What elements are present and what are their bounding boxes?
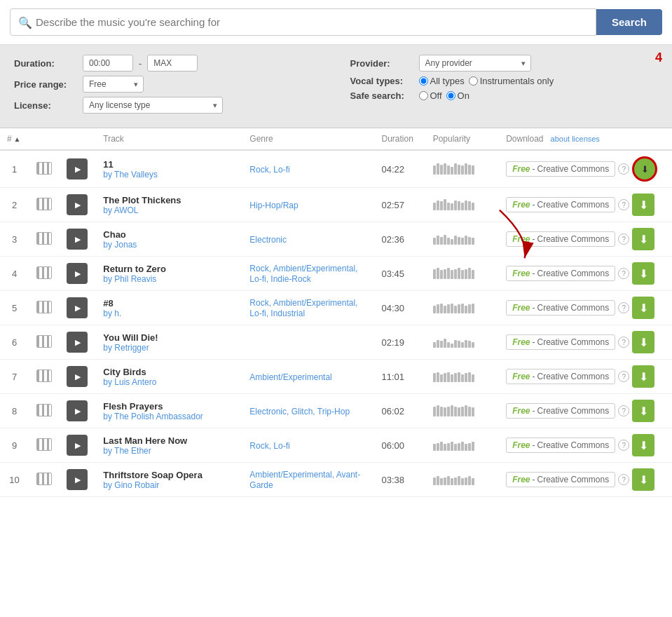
- download-button-highlight[interactable]: ⬇: [632, 156, 657, 182]
- track-artist[interactable]: by Retrigger: [103, 343, 235, 353]
- track-genre[interactable]: Ambient/Experimental, Avant-Garde: [242, 463, 374, 497]
- download-button[interactable]: ⬇: [632, 228, 654, 250]
- license-separator: -: [533, 406, 535, 416]
- download-button[interactable]: ⬇: [632, 262, 654, 285]
- track-popularity: [426, 325, 500, 360]
- table-row: 8 ▶ Flesh Prayers by The Polish Ambassad…: [0, 394, 672, 428]
- license-separator: -: [533, 234, 535, 244]
- play-button[interactable]: ▶: [60, 428, 96, 463]
- license-separator: -: [533, 200, 535, 210]
- safe-on-radio[interactable]: [446, 91, 455, 100]
- track-artist[interactable]: by AWOL: [103, 205, 235, 215]
- download-button[interactable]: ⬇: [632, 297, 654, 319]
- license-help-icon[interactable]: ?: [618, 268, 629, 279]
- play-button[interactable]: ▶: [60, 291, 96, 325]
- download-button[interactable]: ⬇: [632, 331, 654, 353]
- track-download: Free - Creative Commons ? ⬇: [499, 257, 672, 291]
- about-licenses-link[interactable]: about licenses: [551, 135, 600, 143]
- search-button[interactable]: Search: [596, 9, 662, 35]
- play-button[interactable]: ▶: [60, 463, 96, 497]
- filmstrip-icon: [29, 428, 60, 463]
- track-number: 7: [0, 360, 29, 394]
- track-artist[interactable]: by The Polish Ambassador: [103, 412, 235, 421]
- license-badge: Free - Creative Commons: [506, 197, 615, 212]
- license-badge: Free - Creative Commons: [506, 161, 615, 177]
- download-button[interactable]: ⬇: [632, 365, 654, 388]
- filmstrip-icon: [29, 360, 60, 394]
- license-help-icon[interactable]: ?: [618, 371, 629, 382]
- track-popularity: [426, 463, 500, 497]
- col-header-genre[interactable]: Genre: [242, 128, 374, 150]
- license-help-icon[interactable]: ?: [618, 163, 629, 175]
- filmstrip-icon: [29, 150, 60, 188]
- track-duration: 06:00: [374, 428, 425, 463]
- safe-on-option[interactable]: On: [446, 90, 469, 101]
- license-select[interactable]: Any license type Creative Commons Commer…: [83, 97, 223, 114]
- col-header-popularity[interactable]: Popularity: [426, 128, 500, 150]
- license-help-icon[interactable]: ?: [618, 474, 629, 485]
- license-help-icon[interactable]: ?: [618, 233, 629, 245]
- download-button[interactable]: ⬇: [632, 400, 654, 422]
- track-genre[interactable]: Electronic, Glitch, Trip-Hop: [242, 394, 374, 428]
- license-help-icon[interactable]: ?: [618, 302, 629, 313]
- col-header-track[interactable]: Track: [96, 128, 242, 150]
- play-button[interactable]: ▶: [60, 188, 96, 222]
- play-button[interactable]: ▶: [60, 257, 96, 291]
- track-title: Return to Zero: [103, 264, 235, 274]
- vocal-all-radio[interactable]: [419, 76, 428, 86]
- track-genre[interactable]: Rock, Ambient/Experimental, Lo-fi, Indie…: [242, 257, 374, 291]
- track-duration: 02:19: [374, 325, 425, 360]
- license-separator: -: [533, 440, 535, 450]
- search-input[interactable]: [10, 8, 596, 36]
- track-duration: 02:57: [374, 188, 425, 222]
- track-popularity: [426, 291, 500, 325]
- duration-to-input[interactable]: [147, 55, 198, 72]
- col-header-duration[interactable]: Duration: [374, 128, 425, 150]
- license-help-icon[interactable]: ?: [618, 440, 629, 451]
- track-artist[interactable]: by Luis Antero: [103, 377, 235, 387]
- download-button[interactable]: ⬇: [632, 468, 654, 491]
- track-artist[interactable]: by The Ether: [103, 446, 235, 456]
- track-genre[interactable]: Rock, Ambient/Experimental, Lo-fi, Indus…: [242, 291, 374, 325]
- track-download: Free - Creative Commons ? ⬇: [499, 463, 672, 497]
- track-genre[interactable]: Ambient/Experimental: [242, 360, 374, 394]
- vocal-inst-radio[interactable]: [469, 76, 478, 86]
- track-info: Last Man Here Now by The Ether: [96, 428, 242, 463]
- track-artist[interactable]: by The Valleys: [103, 170, 235, 179]
- license-help-icon[interactable]: ?: [618, 405, 629, 416]
- table-row: 9 ▶ Last Man Here Now by The Ether Rock,…: [0, 428, 672, 463]
- track-genre[interactable]: Rock, Lo-fi: [242, 150, 374, 188]
- safe-off-radio[interactable]: [419, 91, 428, 100]
- vocal-all-option[interactable]: All types: [419, 76, 465, 86]
- price-select[interactable]: Free Premium All: [83, 76, 144, 93]
- play-button[interactable]: ▶: [60, 325, 96, 360]
- play-button[interactable]: ▶: [60, 150, 96, 188]
- download-button[interactable]: ⬇: [632, 434, 654, 456]
- play-button[interactable]: ▶: [60, 394, 96, 428]
- col-header-num[interactable]: #: [0, 128, 29, 150]
- track-genre[interactable]: Rock, Lo-fi: [242, 428, 374, 463]
- track-genre[interactable]: [242, 325, 374, 360]
- license-free-label: Free: [512, 475, 530, 484]
- vocal-inst-option[interactable]: Instrumentals only: [469, 76, 554, 86]
- price-label: Price range:: [14, 79, 77, 90]
- license-help-icon[interactable]: ?: [618, 199, 629, 210]
- track-genre[interactable]: Electronic: [242, 222, 374, 257]
- track-artist[interactable]: by Gino Robair: [103, 480, 235, 490]
- license-type-label: Creative Commons: [537, 406, 610, 416]
- track-artist[interactable]: by Jonas: [103, 240, 235, 250]
- track-popularity: [426, 394, 500, 428]
- track-artist[interactable]: by h.: [103, 308, 235, 318]
- play-button[interactable]: ▶: [60, 222, 96, 257]
- download-button[interactable]: ⬇: [632, 194, 654, 216]
- provider-select[interactable]: Any provider Specific provider: [419, 55, 531, 72]
- filmstrip-icon: [29, 291, 60, 325]
- track-artist[interactable]: by Phil Reavis: [103, 274, 235, 284]
- license-type-label: Creative Commons: [537, 475, 610, 484]
- license-help-icon[interactable]: ?: [618, 337, 629, 348]
- duration-from-input[interactable]: [83, 55, 133, 72]
- track-genre[interactable]: Hip-Hop/Rap: [242, 188, 374, 222]
- track-download: Free - Creative Commons ? ⬇: [499, 360, 672, 394]
- safe-off-option[interactable]: Off: [419, 90, 442, 101]
- play-button[interactable]: ▶: [60, 360, 96, 394]
